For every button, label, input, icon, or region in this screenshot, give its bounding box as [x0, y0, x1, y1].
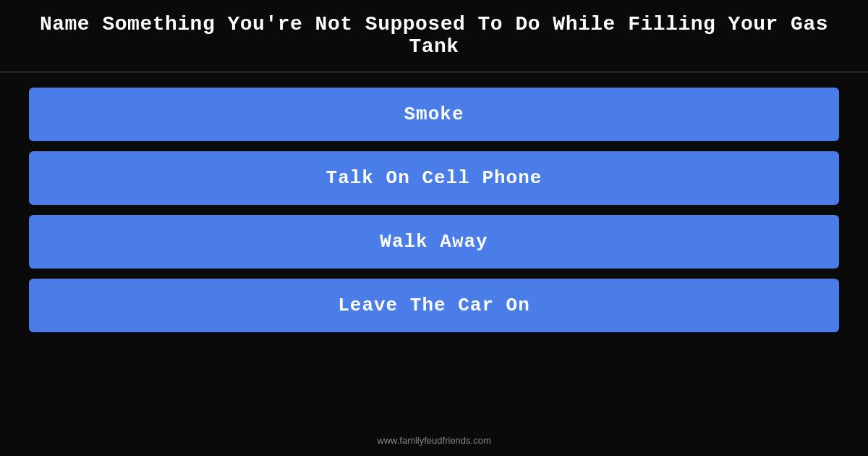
footer: www.familyfeudfriends.com: [0, 426, 868, 456]
header: Name Something You're Not Supposed To Do…: [0, 0, 868, 73]
answer-button-1[interactable]: Smoke: [29, 88, 839, 141]
answer-label-1: Smoke: [404, 104, 464, 125]
answer-button-3[interactable]: Walk Away: [29, 215, 839, 269]
answer-button-4[interactable]: Leave The Car On: [29, 279, 839, 332]
answer-label-2: Talk On Cell Phone: [326, 167, 542, 189]
answers-container: Smoke Talk On Cell Phone Walk Away Leave…: [0, 73, 868, 426]
question-title: Name Something You're Not Supposed To Do…: [40, 13, 828, 58]
footer-url: www.familyfeudfriends.com: [377, 435, 491, 446]
answer-button-2[interactable]: Talk On Cell Phone: [29, 151, 839, 205]
answer-label-3: Walk Away: [380, 231, 488, 253]
answer-label-4: Leave The Car On: [338, 295, 530, 316]
